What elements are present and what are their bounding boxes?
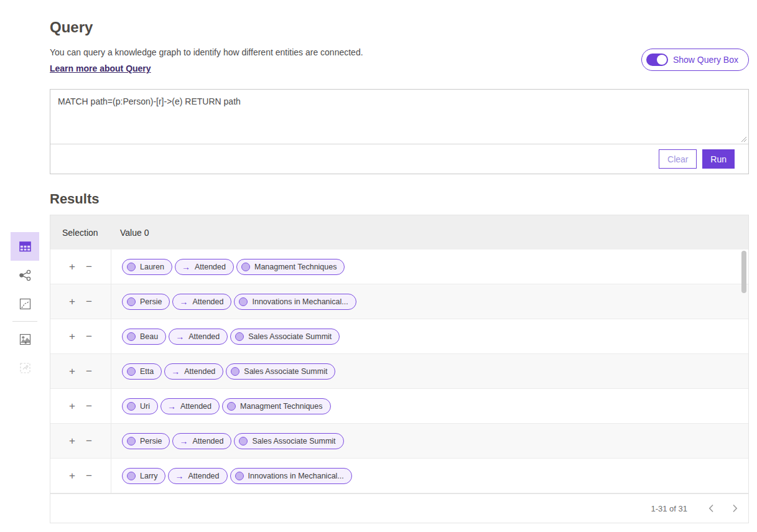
entity-node-icon — [239, 297, 248, 306]
relationship-chip[interactable]: → Attended — [175, 259, 234, 275]
entity-chip-event[interactable]: Managment Techniques — [222, 398, 331, 414]
remove-from-selection-button[interactable]: − — [86, 261, 92, 272]
table-row: + − Persie → Attended Innovations in Mec… — [50, 284, 748, 319]
table-row: + − Persie → Attended Sales Associate Su… — [50, 424, 748, 459]
pagination-next-button[interactable] — [727, 501, 742, 516]
relationship-chip[interactable]: → Attended — [172, 433, 231, 449]
link-chart-view-icon — [18, 268, 32, 282]
sidebar-divider — [12, 321, 37, 322]
selection-cell: + − — [50, 284, 111, 319]
arrow-right-icon: → — [171, 367, 180, 376]
add-to-selection-button[interactable]: + — [69, 436, 75, 446]
entity-chip-person[interactable]: Lauren — [122, 259, 172, 275]
relationship-chip[interactable]: → Attended — [169, 329, 228, 345]
link-chart-view-button[interactable] — [11, 261, 39, 289]
entity-chip-person[interactable]: Persie — [122, 294, 170, 310]
add-to-selection-button[interactable]: + — [69, 366, 75, 376]
entity-chip-person[interactable]: Uri — [122, 398, 158, 414]
entity-chip-person[interactable]: Beau — [122, 329, 166, 345]
relationship-chip[interactable]: → Attended — [160, 398, 220, 414]
entity-node-icon — [127, 297, 136, 306]
results-table-header: Selection Value 0 — [50, 215, 748, 250]
remove-from-selection-button[interactable]: − — [86, 366, 92, 376]
remove-from-selection-button[interactable]: − — [86, 296, 92, 307]
add-to-selection-button[interactable]: + — [69, 331, 75, 342]
entity-node-icon — [239, 437, 248, 446]
entity-chip-label: Lauren — [140, 263, 164, 271]
arrow-right-icon: → — [182, 263, 190, 271]
relationship-chip-label: Attended — [195, 263, 226, 271]
toggle-switch-icon[interactable] — [646, 54, 668, 66]
learn-more-link[interactable]: Learn more about Query — [50, 63, 151, 73]
entity-chip-person[interactable]: Larry — [122, 468, 165, 484]
add-to-map-button[interactable] — [11, 325, 39, 353]
entity-node-icon — [127, 367, 136, 376]
entity-chip-event[interactable]: Sales Associate Summit — [230, 329, 340, 345]
entity-node-icon — [227, 402, 236, 411]
entity-chip-label: Larry — [140, 472, 157, 480]
arrow-right-icon: → — [179, 437, 188, 446]
entity-node-icon — [127, 263, 136, 271]
results-title: Results — [50, 191, 749, 207]
table-row: + − Etta → Attended Sales Associate Summ… — [50, 354, 748, 389]
value-cell: Beau → Attended Sales Associate Summit — [111, 319, 340, 353]
new-link-chart-disabled-icon — [18, 361, 32, 375]
resize-handle-icon[interactable] — [741, 136, 747, 142]
show-query-box-toggle[interactable]: Show Query Box — [641, 49, 749, 71]
table-view-button[interactable] — [11, 232, 39, 261]
map-view-button[interactable] — [11, 289, 39, 318]
add-to-selection-button[interactable]: + — [69, 296, 75, 307]
relationship-chip[interactable]: → Attended — [164, 363, 223, 380]
column-header-selection: Selection — [50, 228, 111, 238]
entity-chip-label: Persie — [140, 437, 162, 446]
clear-button[interactable]: Clear — [659, 149, 697, 169]
entity-node-icon — [127, 472, 136, 480]
remove-from-selection-button[interactable]: − — [86, 401, 92, 411]
add-to-selection-button[interactable]: + — [69, 401, 75, 411]
entity-node-icon — [127, 402, 136, 411]
page-description: You can query a knowledge graph to ident… — [50, 47, 363, 57]
entity-chip-event[interactable]: Managment Techniques — [236, 259, 345, 275]
entity-chip-event[interactable]: Innovations in Mechanical... — [230, 468, 352, 484]
value-cell: Larry → Attended Innovations in Mechanic… — [111, 459, 352, 493]
entity-chip-label: Sales Associate Summit — [244, 367, 327, 376]
query-actions: Clear Run — [50, 144, 748, 174]
value-cell: Etta → Attended Sales Associate Summit — [111, 354, 335, 388]
relationship-chip-label: Attended — [192, 437, 223, 446]
relationship-chip[interactable]: → Attended — [168, 468, 227, 484]
relationship-chip[interactable]: → Attended — [172, 294, 231, 310]
pagination-prev-button[interactable] — [704, 501, 718, 516]
entity-node-icon — [241, 263, 250, 271]
results-view-sidebar — [11, 232, 39, 382]
entity-chip-label: Beau — [140, 332, 158, 341]
entity-node-icon — [127, 437, 136, 446]
chevron-right-icon — [732, 504, 738, 513]
toggle-knob — [657, 55, 667, 65]
remove-from-selection-button[interactable]: − — [86, 331, 92, 342]
remove-from-selection-button[interactable]: − — [86, 436, 92, 446]
remove-from-selection-button[interactable]: − — [86, 470, 92, 481]
entity-chip-event[interactable]: Innovations in Mechanical... — [234, 294, 356, 310]
entity-chip-label: Innovations in Mechanical... — [252, 297, 348, 306]
run-button[interactable]: Run — [702, 149, 735, 169]
entity-chip-label: Uri — [140, 402, 150, 411]
entity-chip-label: Innovations in Mechanical... — [248, 472, 344, 480]
arrow-right-icon: → — [175, 332, 184, 341]
entity-chip-person[interactable]: Etta — [122, 363, 162, 380]
relationship-chip-label: Attended — [188, 332, 220, 341]
intro-text: You can query a knowledge graph to ident… — [50, 47, 363, 74]
results-table: Selection Value 0 + − Lauren → Attended … — [50, 215, 749, 523]
add-to-selection-button[interactable]: + — [69, 261, 75, 272]
intro-row: You can query a knowledge graph to ident… — [50, 47, 749, 74]
vertical-scrollbar-thumb[interactable] — [741, 251, 746, 293]
entity-chip-person[interactable]: Persie — [122, 433, 170, 449]
entity-chip-label: Sales Associate Summit — [248, 332, 332, 341]
entity-chip-event[interactable]: Sales Associate Summit — [234, 433, 343, 449]
relationship-chip-label: Attended — [188, 472, 219, 480]
add-to-selection-button[interactable]: + — [69, 470, 75, 481]
query-input[interactable]: MATCH path=(p:Person)-[r]->(e) RETURN pa… — [50, 90, 748, 144]
entity-chip-event[interactable]: Sales Associate Summit — [226, 363, 335, 380]
page-title: Query — [50, 19, 749, 36]
table-row: + − Larry → Attended Innovations in Mech… — [50, 459, 748, 493]
pagination-range: 1-31 of 31 — [651, 504, 687, 513]
